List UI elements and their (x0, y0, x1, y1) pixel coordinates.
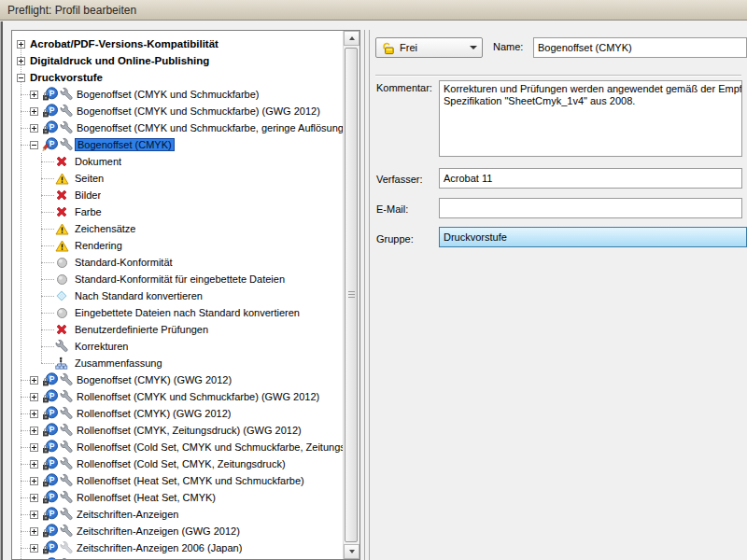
tree-item[interactable]: Eingebettete Dateien nach Standard konve… (12, 304, 344, 321)
expand-toggle[interactable] (30, 460, 38, 469)
tree-item-label: Benutzerdefinierte Prüfungen (75, 324, 208, 335)
tree-item[interactable]: Bilder (12, 187, 344, 203)
svg-text:P: P (49, 475, 55, 484)
tree-item-label: Bogenoffset (CMYK und Schmuckfarbe) (GWG… (77, 105, 320, 117)
tree-connector (21, 531, 30, 532)
lock-status-dropdown[interactable]: Frei (375, 37, 483, 58)
svg-text:P: P (49, 89, 55, 98)
tree-item[interactable]: P Rollenoffset (CMYK, Zeitungsdruck) (GW… (12, 422, 344, 439)
name-input[interactable]: Bogenoffset (CMYK) (533, 37, 747, 58)
expand-toggle[interactable] (30, 141, 38, 149)
tree-item[interactable]: P Bogenoffset (CMYK und Schmuckfarbe) (12, 86, 344, 103)
lock-status-label: Frei (400, 42, 470, 53)
tree-connector (41, 313, 54, 314)
email-input[interactable] (439, 198, 742, 218)
tree-item-label: Rollenoffset (Cold Set, CMYK und Schmuck… (77, 441, 344, 453)
expand-toggle[interactable] (30, 544, 38, 553)
expand-toggle[interactable] (30, 427, 38, 435)
wrench-icon (59, 137, 74, 152)
profile-badge-icon: P (42, 406, 59, 421)
tree-item[interactable]: Acrobat/PDF-Versions-Kompatibilität (12, 35, 344, 52)
tree-vertical-scrollbar[interactable] (343, 31, 359, 559)
expand-toggle[interactable] (30, 410, 38, 418)
tree-item[interactable]: P Zeitschriften-Anzeigen (12, 506, 344, 523)
expand-toggle[interactable] (30, 511, 38, 519)
expand-toggle[interactable] (17, 57, 25, 65)
tree-item[interactable]: Seiten (12, 170, 344, 187)
tree-item[interactable]: P Rollenoffset (Heat Set, CMYK) (12, 489, 344, 506)
panel-splitter[interactable] (364, 30, 370, 560)
tree-item[interactable]: Zeichensätze (12, 220, 344, 237)
wrench-icon (59, 473, 74, 488)
tree-connector (21, 111, 30, 112)
scroll-up-button[interactable] (344, 31, 359, 46)
tree-item[interactable]: Nach Standard konvertieren (12, 287, 344, 304)
svg-text:P: P (49, 105, 55, 115)
tree-item[interactable]: P Bogenoffset (CMYK) (GWG 2012) (12, 371, 344, 388)
tree-item[interactable]: Zusammenfassung (12, 355, 344, 371)
tree-item[interactable]: P Zeitschriften-Anzeigen (GWG 2012) (12, 523, 344, 539)
tree-item[interactable]: P Zeitschriften-Anzeigen 2006 (Japan) (12, 539, 344, 556)
profile-detail-panel: Frei Name: Bogenoffset (CMYK) Kommentar:… (374, 22, 747, 560)
window-titlebar[interactable]: Preflight: Profil bearbeiten (0, 0, 747, 21)
tree-item[interactable]: P Rollenoffset (Cold Set, CMYK, Zeitungs… (12, 455, 344, 472)
profile-badge-icon: P (42, 540, 59, 555)
scroll-down-button[interactable] (344, 544, 359, 559)
name-label: Name: (493, 41, 523, 52)
tree-item-label: Rollenoffset (Heat Set, CMYK) (77, 492, 216, 503)
expand-toggle[interactable] (30, 124, 38, 133)
tree-item[interactable]: P Rollenoffset (CMYK und Schmuckfarbe) (… (12, 388, 344, 405)
tree-item[interactable]: Standard-Konformität (12, 254, 344, 271)
svg-text:P: P (49, 509, 55, 518)
expand-toggle[interactable] (17, 74, 25, 82)
expand-toggle[interactable] (30, 376, 38, 385)
comment-textarea[interactable]: Korrekturen und Prüfungen werden angewen… (439, 80, 742, 157)
group-combobox[interactable]: Druckvorstufe (439, 227, 747, 247)
tree-item[interactable]: Farbe (12, 203, 344, 220)
check-icon (54, 272, 69, 287)
convert-icon (55, 289, 68, 302)
tree-item-label: Acrobat/PDF-Versions-Kompatibilität (30, 38, 218, 49)
error-icon (55, 155, 68, 168)
tree-item[interactable]: Rendering (12, 237, 344, 254)
wrench-icon (59, 557, 74, 559)
tree-item[interactable]: Standard-Konformität für eingebettete Da… (12, 271, 344, 287)
tree-item[interactable]: P Rollenoffset (Cold Set, CMYK und Schmu… (12, 439, 344, 455)
tree-item-label: Zeitschriften-Anzeigen 2006 (Japan) (77, 542, 242, 553)
tree-item-label: Zeitschriften-Anzeigen (77, 509, 178, 520)
tree-item[interactable]: Digitaldruck und Online-Publishing (12, 52, 344, 69)
profile-badge-icon: P (42, 104, 59, 119)
tree-item-label: Rollenoffset (CMYK und Schmuckfarbe) (GW… (77, 391, 319, 402)
tree-item[interactable]: Dokument (12, 153, 344, 170)
scrollbar-thumb[interactable] (345, 48, 358, 542)
tree-connector (21, 380, 30, 381)
warning-icon (55, 173, 69, 185)
expand-toggle[interactable] (30, 494, 38, 502)
profile-badge-icon: P (42, 456, 59, 471)
tree-item[interactable]: P Bogenoffset (CMYK und Schmuckfarbe) (G… (12, 103, 344, 119)
expand-toggle[interactable] (30, 443, 38, 452)
tree-item-label: Zeichensätze (75, 223, 135, 234)
expand-toggle[interactable] (30, 393, 38, 401)
author-input[interactable]: Acrobat 11 (439, 168, 742, 189)
check-icon (54, 154, 69, 169)
tree-connector (41, 212, 54, 213)
tree-item[interactable]: P Bogenoffset (CMYK und Schmuckfarbe, ge… (12, 119, 344, 136)
tree-item[interactable]: Druckvorstufe (12, 69, 344, 86)
expand-toggle[interactable] (30, 91, 38, 99)
tree-item[interactable]: P (12, 556, 344, 559)
tree-connector (21, 497, 30, 498)
expand-toggle[interactable] (30, 527, 38, 536)
inactive-icon (56, 257, 68, 269)
expand-toggle[interactable] (30, 477, 38, 485)
tree-item[interactable]: Korrekturen (12, 338, 344, 355)
check-icon (54, 188, 69, 203)
tree-item[interactable]: P Rollenoffset (Heat Set, CMYK und Schmu… (12, 472, 344, 489)
profile-badge-icon: P (42, 490, 59, 505)
tree-item[interactable]: P Bogenoffset (CMYK) (12, 136, 344, 153)
expand-toggle[interactable] (30, 107, 38, 116)
expand-toggle[interactable] (17, 40, 25, 49)
tree-item-label: Rollenoffset (CMYK, Zeitungsdruck) (GWG … (77, 425, 302, 436)
tree-item[interactable]: P Rollenoffset (CMYK) (GWG 2012) (12, 405, 344, 422)
tree-item[interactable]: Benutzerdefinierte Prüfungen (12, 321, 344, 338)
